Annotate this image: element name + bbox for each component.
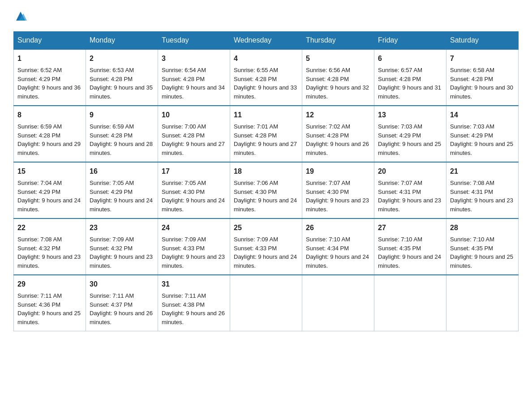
sunset-label: Sunset: 4:29 PM	[17, 188, 60, 195]
calendar-day-cell: 25 Sunrise: 7:09 AM Sunset: 4:33 PM Dayl…	[230, 218, 302, 275]
day-number: 28	[450, 223, 515, 233]
calendar-day-cell: 17 Sunrise: 7:05 AM Sunset: 4:30 PM Dayl…	[158, 162, 230, 218]
day-number: 17	[162, 166, 226, 177]
calendar-week-row: 29 Sunrise: 7:11 AM Sunset: 4:36 PM Dayl…	[14, 275, 519, 331]
sunrise-label: Sunrise: 6:54 AM	[162, 67, 206, 73]
sunset-label: Sunset: 4:28 PM	[90, 76, 133, 82]
day-number: 18	[234, 166, 298, 177]
day-number: 1	[17, 53, 82, 64]
daylight-label: Daylight: 9 hours and 30 minutes.	[450, 84, 513, 100]
weekday-header-sunday: Sunday	[14, 32, 86, 50]
sunset-label: Sunset: 4:28 PM	[378, 76, 421, 82]
sunset-label: Sunset: 4:30 PM	[234, 188, 277, 195]
day-number: 23	[90, 223, 154, 233]
calendar-day-cell: 26 Sunrise: 7:10 AM Sunset: 4:34 PM Dayl…	[302, 218, 374, 275]
day-number: 7	[450, 53, 515, 64]
calendar-day-cell: 5 Sunrise: 6:56 AM Sunset: 4:28 PM Dayli…	[302, 49, 374, 106]
sunrise-label: Sunrise: 7:08 AM	[450, 180, 494, 186]
daylight-label: Daylight: 9 hours and 26 minutes.	[162, 310, 225, 325]
daylight-label: Daylight: 9 hours and 23 minutes.	[162, 253, 225, 269]
weekday-header-row: SundayMondayTuesdayWednesdayThursdayFrid…	[14, 32, 519, 50]
day-number: 2	[90, 53, 154, 64]
day-number: 19	[306, 166, 370, 177]
sunrise-label: Sunrise: 7:00 AM	[162, 123, 206, 130]
weekday-header-wednesday: Wednesday	[230, 32, 302, 50]
sunset-label: Sunset: 4:28 PM	[90, 132, 133, 139]
calendar-day-cell: 21 Sunrise: 7:08 AM Sunset: 4:31 PM Dayl…	[446, 162, 519, 218]
daylight-label: Daylight: 9 hours and 23 minutes.	[306, 197, 369, 213]
calendar-day-cell: 14 Sunrise: 7:03 AM Sunset: 4:29 PM Dayl…	[446, 106, 519, 162]
calendar-day-cell: 27 Sunrise: 7:10 AM Sunset: 4:35 PM Dayl…	[374, 218, 446, 275]
sunrise-label: Sunrise: 7:05 AM	[90, 180, 134, 186]
sunrise-label: Sunrise: 7:07 AM	[306, 180, 350, 186]
daylight-label: Daylight: 9 hours and 23 minutes.	[378, 197, 441, 213]
calendar-day-cell: 22 Sunrise: 7:08 AM Sunset: 4:32 PM Dayl…	[14, 218, 86, 275]
daylight-label: Daylight: 9 hours and 24 minutes.	[17, 197, 81, 213]
day-number: 3	[162, 53, 226, 64]
sunrise-label: Sunrise: 7:08 AM	[17, 236, 62, 243]
sunrise-label: Sunrise: 7:03 AM	[378, 123, 422, 130]
daylight-label: Daylight: 9 hours and 35 minutes.	[90, 84, 153, 100]
weekday-header-friday: Friday	[374, 32, 446, 50]
sunrise-label: Sunrise: 7:01 AM	[234, 123, 278, 130]
weekday-header-saturday: Saturday	[446, 32, 519, 50]
sunrise-label: Sunrise: 6:59 AM	[90, 123, 134, 130]
page-header	[13, 11, 519, 22]
calendar-day-cell: 18 Sunrise: 7:06 AM Sunset: 4:30 PM Dayl…	[230, 162, 302, 218]
day-number: 12	[306, 110, 370, 120]
calendar-day-cell: 7 Sunrise: 6:58 AM Sunset: 4:28 PM Dayli…	[446, 49, 519, 106]
daylight-label: Daylight: 9 hours and 28 minutes.	[90, 141, 153, 156]
sunset-label: Sunset: 4:32 PM	[17, 245, 60, 252]
sunset-label: Sunset: 4:30 PM	[306, 188, 349, 195]
sunset-label: Sunset: 4:28 PM	[234, 76, 277, 82]
day-number: 14	[450, 110, 515, 120]
sunrise-label: Sunrise: 6:57 AM	[378, 67, 422, 73]
calendar-day-cell: 16 Sunrise: 7:05 AM Sunset: 4:29 PM Dayl…	[86, 162, 158, 218]
calendar-empty-cell	[446, 275, 519, 331]
day-number: 27	[378, 223, 442, 233]
sunrise-label: Sunrise: 7:11 AM	[162, 292, 206, 299]
calendar-day-cell: 8 Sunrise: 6:59 AM Sunset: 4:28 PM Dayli…	[14, 106, 86, 162]
weekday-header-tuesday: Tuesday	[158, 32, 230, 50]
sunrise-label: Sunrise: 7:03 AM	[450, 123, 494, 130]
sunset-label: Sunset: 4:29 PM	[17, 76, 60, 82]
calendar-day-cell: 24 Sunrise: 7:09 AM Sunset: 4:33 PM Dayl…	[158, 218, 230, 275]
sunset-label: Sunset: 4:28 PM	[306, 132, 349, 139]
daylight-label: Daylight: 9 hours and 34 minutes.	[162, 84, 225, 100]
calendar-day-cell: 2 Sunrise: 6:53 AM Sunset: 4:28 PM Dayli…	[86, 49, 158, 106]
sunset-label: Sunset: 4:28 PM	[162, 132, 205, 139]
sunrise-label: Sunrise: 7:05 AM	[162, 180, 206, 186]
daylight-label: Daylight: 9 hours and 27 minutes.	[234, 141, 297, 156]
calendar-empty-cell	[230, 275, 302, 331]
weekday-header-monday: Monday	[86, 32, 158, 50]
calendar-day-cell: 19 Sunrise: 7:07 AM Sunset: 4:30 PM Dayl…	[302, 162, 374, 218]
day-number: 13	[378, 110, 442, 120]
daylight-label: Daylight: 9 hours and 36 minutes.	[17, 84, 81, 100]
calendar-day-cell: 12 Sunrise: 7:02 AM Sunset: 4:28 PM Dayl…	[302, 106, 374, 162]
calendar-day-cell: 3 Sunrise: 6:54 AM Sunset: 4:28 PM Dayli…	[158, 49, 230, 106]
calendar-table: SundayMondayTuesdayWednesdayThursdayFrid…	[13, 31, 519, 331]
weekday-header-thursday: Thursday	[302, 32, 374, 50]
sunset-label: Sunset: 4:29 PM	[450, 132, 493, 139]
sunrise-label: Sunrise: 6:58 AM	[450, 67, 494, 73]
day-number: 4	[234, 53, 298, 64]
calendar-week-row: 1 Sunrise: 6:52 AM Sunset: 4:29 PM Dayli…	[14, 49, 519, 106]
daylight-label: Daylight: 9 hours and 33 minutes.	[234, 84, 297, 100]
sunset-label: Sunset: 4:29 PM	[90, 188, 133, 195]
day-number: 9	[90, 110, 154, 120]
calendar-day-cell: 28 Sunrise: 7:10 AM Sunset: 4:35 PM Dayl…	[446, 218, 519, 275]
sunset-label: Sunset: 4:28 PM	[17, 132, 60, 139]
daylight-label: Daylight: 9 hours and 24 minutes.	[234, 197, 297, 213]
sunrise-label: Sunrise: 7:10 AM	[378, 236, 422, 243]
calendar-week-row: 22 Sunrise: 7:08 AM Sunset: 4:32 PM Dayl…	[14, 218, 519, 275]
day-number: 5	[306, 53, 370, 64]
daylight-label: Daylight: 9 hours and 25 minutes.	[450, 253, 513, 269]
day-number: 25	[234, 223, 298, 233]
day-number: 30	[90, 279, 154, 290]
sunrise-label: Sunrise: 7:11 AM	[17, 292, 62, 299]
calendar-day-cell: 20 Sunrise: 7:07 AM Sunset: 4:31 PM Dayl…	[374, 162, 446, 218]
sunrise-label: Sunrise: 7:09 AM	[234, 236, 278, 243]
calendar-week-row: 15 Sunrise: 7:04 AM Sunset: 4:29 PM Dayl…	[14, 162, 519, 218]
calendar-day-cell: 30 Sunrise: 7:11 AM Sunset: 4:37 PM Dayl…	[86, 275, 158, 331]
daylight-label: Daylight: 9 hours and 24 minutes.	[162, 197, 225, 213]
